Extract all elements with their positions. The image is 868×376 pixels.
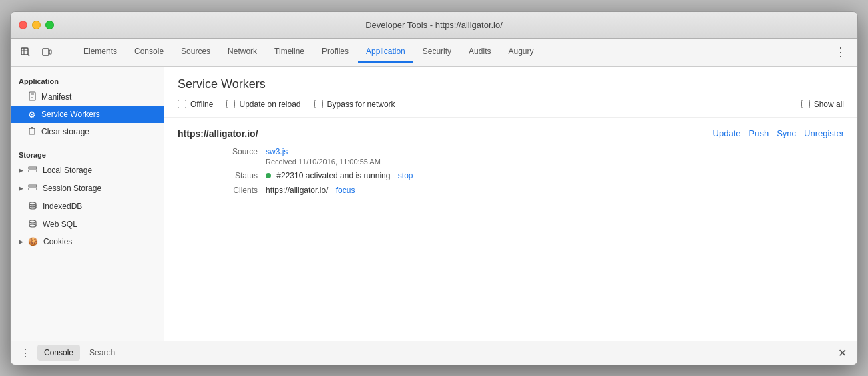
- source-value: sw3.js Received 11/10/2016, 11:00:55 AM: [266, 147, 844, 166]
- inspect-icon[interactable]: [16, 43, 35, 61]
- update-on-reload-checkbox[interactable]: [226, 100, 235, 108]
- sidebar-item-manifest[interactable]: Manifest: [11, 88, 164, 106]
- status-value: #22310 activated and is running stop: [266, 171, 844, 180]
- bottom-tab-search[interactable]: Search: [83, 345, 122, 361]
- window-title: Developer Tools - https://alligator.io/: [365, 20, 503, 30]
- push-link[interactable]: Push: [748, 128, 769, 138]
- tab-application[interactable]: Application: [358, 41, 413, 63]
- tab-augury[interactable]: Augury: [500, 41, 541, 63]
- sidebar-indexeddb-label: IndexedDB: [43, 202, 82, 211]
- content-title: Service Workers: [178, 77, 844, 91]
- tab-profiles[interactable]: Profiles: [314, 41, 357, 63]
- svg-point-24: [29, 220, 36, 223]
- sw-url: https://alligator.io/: [178, 128, 258, 139]
- clients-url: https://alligator.io/: [266, 186, 328, 195]
- bypass-for-network-option[interactable]: Bypass for network: [314, 100, 395, 109]
- tab-elements[interactable]: Elements: [75, 41, 125, 63]
- svg-rect-0: [21, 48, 28, 55]
- bottom-tab-console[interactable]: Console: [37, 345, 80, 361]
- options-row: Offline Update on reload Bypass for netw…: [178, 100, 844, 109]
- tab-audits[interactable]: Audits: [461, 41, 499, 63]
- manifest-icon: [27, 91, 37, 103]
- traffic-lights: [19, 21, 54, 29]
- offline-checkbox[interactable]: [178, 100, 186, 108]
- expand-arrow-cookies: ▶: [16, 237, 25, 246]
- bypass-for-network-label: Bypass for network: [327, 100, 395, 109]
- indexeddb-icon: [28, 201, 37, 212]
- tab-security[interactable]: Security: [415, 41, 459, 63]
- toolbar-icons: [16, 43, 61, 61]
- update-link[interactable]: Update: [713, 128, 741, 138]
- sidebar-item-web-sql[interactable]: ▶ Web SQL: [11, 216, 164, 234]
- clear-storage-icon: [27, 126, 37, 137]
- status-text: #22310 activated and is running: [276, 171, 390, 180]
- svg-point-27: [29, 224, 36, 227]
- tab-console[interactable]: Console: [126, 41, 172, 63]
- show-all-option[interactable]: Show all: [801, 100, 844, 109]
- expand-arrow-session-storage: ▶: [16, 184, 25, 193]
- sidebar-cookies-label: Cookies: [43, 237, 72, 246]
- show-all-checkbox[interactable]: [801, 100, 810, 108]
- sync-link[interactable]: Sync: [777, 128, 796, 138]
- tab-network[interactable]: Network: [220, 41, 265, 63]
- offline-label: Offline: [190, 100, 213, 109]
- bottom-bar: ⋮ Console Search ✕: [11, 341, 857, 365]
- session-storage-icon: [28, 183, 37, 194]
- sidebar-item-indexeddb[interactable]: ▶ IndexedDB: [11, 198, 164, 216]
- device-icon[interactable]: [37, 43, 56, 61]
- sidebar-service-workers-label: Service Workers: [41, 110, 100, 119]
- svg-line-3: [27, 54, 29, 56]
- content-header: Service Workers Offline Update on reload…: [164, 67, 857, 118]
- svg-rect-16: [29, 170, 37, 172]
- bottom-close-icon[interactable]: ✕: [833, 344, 852, 362]
- toolbar-divider: [71, 44, 71, 60]
- bypass-for-network-checkbox[interactable]: [314, 100, 323, 108]
- offline-option[interactable]: Offline: [178, 100, 213, 109]
- sidebar-section-storage: Storage: [11, 146, 164, 162]
- main-area: Application Manifest ⚙ Service Workers: [11, 67, 857, 341]
- close-button[interactable]: [19, 21, 27, 29]
- sidebar-item-session-storage[interactable]: ▶ Session Storage: [11, 180, 164, 198]
- sidebar-manifest-label: Manifest: [41, 92, 71, 102]
- unregister-link[interactable]: Unregister: [804, 128, 844, 138]
- sidebar-item-service-workers[interactable]: ⚙ Service Workers: [11, 106, 164, 123]
- svg-rect-10: [29, 128, 35, 134]
- sw-details: Source sw3.js Received 11/10/2016, 11:00…: [204, 147, 844, 195]
- local-storage-icon: [28, 165, 37, 176]
- svg-rect-5: [49, 50, 51, 54]
- sidebar-web-sql-label: Web SQL: [43, 220, 77, 229]
- toolbar: Elements Console Sources Network Timelin…: [11, 39, 857, 67]
- update-on-reload-label: Update on reload: [239, 100, 300, 109]
- expand-arrow-local-storage: ▶: [16, 166, 25, 175]
- sw-header: https://alligator.io/ Update Push Sync U…: [178, 128, 844, 139]
- tab-sources[interactable]: Sources: [173, 41, 218, 63]
- sidebar-session-storage-label: Session Storage: [43, 184, 101, 193]
- show-all-label: Show all: [814, 100, 844, 109]
- sidebar-item-cookies[interactable]: ▶ 🍪 Cookies: [11, 234, 164, 250]
- sidebar-item-local-storage[interactable]: ▶ Local Storage: [11, 162, 164, 180]
- service-worker-card: https://alligator.io/ Update Push Sync U…: [164, 118, 857, 206]
- sw-actions: Update Push Sync Unregister: [713, 128, 844, 138]
- more-options-icon[interactable]: ⋮: [829, 42, 852, 62]
- sidebar-local-storage-label: Local Storage: [43, 166, 92, 175]
- sidebar-section-application: Application: [11, 72, 164, 88]
- sidebar-item-clear-storage[interactable]: Clear storage: [11, 123, 164, 140]
- status-label: Status: [204, 171, 258, 180]
- sidebar-clear-storage-label: Clear storage: [41, 127, 89, 136]
- svg-rect-18: [29, 188, 37, 190]
- source-file-link[interactable]: sw3.js: [266, 147, 288, 156]
- stop-link[interactable]: stop: [398, 171, 413, 180]
- minimize-button[interactable]: [32, 21, 41, 29]
- focus-link[interactable]: focus: [336, 186, 355, 195]
- bottom-menu-icon[interactable]: ⋮: [16, 343, 35, 362]
- tab-timeline[interactable]: Timeline: [266, 41, 312, 63]
- clients-value: https://alligator.io/ focus: [266, 186, 844, 195]
- cookies-icon: 🍪: [28, 237, 38, 246]
- svg-rect-15: [29, 167, 37, 169]
- web-sql-icon: [28, 219, 37, 230]
- sidebar: Application Manifest ⚙ Service Workers: [11, 67, 164, 341]
- devtools-window: Developer Tools - https://alligator.io/ …: [10, 11, 858, 365]
- maximize-button[interactable]: [45, 21, 54, 29]
- sidebar-storage-group: Storage ▶ Local Storage ▶: [11, 146, 164, 250]
- update-on-reload-option[interactable]: Update on reload: [226, 100, 300, 109]
